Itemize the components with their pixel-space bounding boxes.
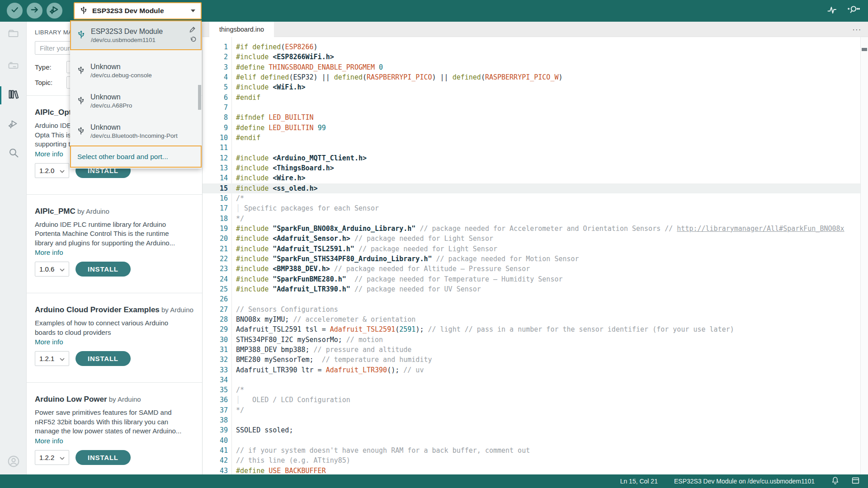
version-select[interactable]: 1.2.2 bbox=[35, 450, 69, 465]
dropdown-port-item[interactable]: Unknown/dev/cu.Bluetooth-Incoming-Port bbox=[70, 116, 202, 146]
code-line[interactable]: 25#include "Adafruit_LTR390.h" // packag… bbox=[203, 284, 860, 294]
dropdown-port-item[interactable]: Unknown/dev/cu.A68Pro bbox=[70, 86, 202, 116]
line-text: #endif bbox=[228, 133, 260, 143]
code-line[interactable]: 29Adafruit_TSL2591 tsl = Adafruit_TSL259… bbox=[203, 324, 860, 334]
sidebar-item-library-manager[interactable] bbox=[0, 84, 27, 107]
code-line[interactable]: 21#include "Adafruit_TSL2591.h" // packa… bbox=[203, 244, 860, 254]
code-token: "SparkFunBME280.h" bbox=[273, 275, 346, 283]
line-text: // if your system doesn't have enough RA… bbox=[228, 446, 530, 455]
tab-overflow-menu[interactable]: ... bbox=[853, 23, 862, 33]
cursor-position[interactable]: Ln 15, Col 21 bbox=[620, 478, 658, 485]
debug-button[interactable] bbox=[47, 3, 62, 19]
code-line[interactable]: 10#endif bbox=[203, 133, 860, 143]
sidebar-item-sketchbook[interactable] bbox=[0, 23, 27, 46]
version-select[interactable]: 1.2.0 bbox=[35, 163, 69, 178]
upload-button[interactable] bbox=[27, 3, 42, 19]
code-line[interactable]: 11 bbox=[203, 143, 860, 153]
code-line[interactable]: 8#ifndef LED_BUILTIN bbox=[203, 113, 860, 122]
port-text: Unknown/dev/cu.A68Pro bbox=[90, 93, 132, 109]
serial-monitor-icon[interactable] bbox=[847, 5, 860, 17]
sidebar-item-debugger[interactable] bbox=[0, 113, 27, 136]
code-line[interactable]: 32BME280 mySensorTem; // temperature and… bbox=[203, 355, 860, 365]
hyperlink[interactable]: http://librarymanager/All#SparkFun_BNO08… bbox=[677, 225, 844, 233]
code-token: "Adafruit_LTR390.h" bbox=[273, 285, 350, 293]
code-line[interactable]: 33Adafruit_LTR390 ltr = Adafruit_LTR390(… bbox=[203, 365, 860, 375]
code-line[interactable]: 38 bbox=[203, 415, 860, 425]
code-line[interactable]: 34 bbox=[203, 375, 860, 385]
code-line[interactable]: 20#include <Adafruit_Sensor.h> // packag… bbox=[203, 234, 860, 244]
port-name: Unknown bbox=[90, 63, 152, 71]
code-line[interactable]: 16/* bbox=[203, 193, 860, 203]
tab-thingsboard-ino[interactable]: thingsboard.ino bbox=[209, 22, 274, 37]
install-button[interactable]: INSTALL bbox=[75, 351, 131, 366]
bell-icon[interactable] bbox=[831, 476, 840, 487]
code-line[interactable]: 23#include <BMP388_DEV.h> // package nee… bbox=[203, 264, 860, 274]
install-button[interactable]: INSTALL bbox=[75, 262, 131, 277]
editor-scrollbar-thumb[interactable] bbox=[862, 48, 867, 51]
verify-button[interactable] bbox=[7, 3, 23, 19]
version-select[interactable]: 1.2.1 bbox=[35, 351, 69, 366]
code-line[interactable]: 2#include <ESP8266WiFi.h> bbox=[203, 52, 860, 62]
version-select[interactable]: 1.0.6 bbox=[35, 262, 69, 277]
code-line[interactable]: 12#include <Arduino_MQTT_Client.h> bbox=[203, 153, 860, 163]
sidebar-item-search[interactable] bbox=[0, 142, 27, 165]
code-line[interactable]: 43#define USE_BACKBUFFER bbox=[203, 466, 860, 474]
usb-icon bbox=[77, 65, 85, 77]
code-line[interactable]: 26 bbox=[203, 294, 860, 304]
person-icon bbox=[7, 455, 20, 469]
code-line[interactable]: 17│ Specific packages for each Sensor bbox=[203, 203, 860, 213]
code-line[interactable]: 9#define LED_BUILTIN 99 bbox=[203, 123, 860, 133]
code-line[interactable]: 6#endif bbox=[203, 93, 860, 103]
code-line[interactable]: 15#include <ss_oled.h> bbox=[203, 183, 860, 193]
code-token: ); bbox=[415, 325, 428, 333]
code-line[interactable]: 4#elif defined(ESP32) || defined(RASPBER… bbox=[203, 72, 860, 82]
install-button[interactable]: INSTALL bbox=[75, 450, 131, 465]
serial-plotter-icon[interactable] bbox=[826, 5, 837, 17]
code-line[interactable]: 18*/ bbox=[203, 214, 860, 224]
dropdown-port-item[interactable]: Unknown/dev/cu.debug-console bbox=[70, 56, 202, 86]
code-line[interactable]: 13#include <ThingsBoard.h> bbox=[203, 163, 860, 173]
code-line[interactable]: 31BMP388_DEV bmp388; // pressure and alt… bbox=[203, 345, 860, 355]
sidebar-item-boards-manager[interactable] bbox=[0, 55, 27, 78]
select-other-board-item[interactable]: Select other board and port... bbox=[70, 145, 202, 168]
description-line: manage the low power states of newer Ard… bbox=[35, 427, 194, 436]
more-info-link[interactable]: More info bbox=[35, 437, 63, 445]
code-line[interactable]: 24#include "SparkFunBME280.h" // package… bbox=[203, 274, 860, 284]
code-line[interactable]: 41// if your system doesn't have enough … bbox=[203, 446, 860, 455]
edit-pencil-icon[interactable] bbox=[189, 26, 196, 35]
more-info-link[interactable]: More info bbox=[35, 338, 63, 346]
code-line[interactable]: 1#if defined(ESP8266) bbox=[203, 42, 860, 52]
code-line[interactable]: 7 bbox=[203, 103, 860, 113]
code-line[interactable]: 28BNO08x myIMU; // accelerometer & orien… bbox=[203, 314, 860, 324]
code-line[interactable]: 5#include <WiFi.h> bbox=[203, 82, 860, 92]
code-token: Specific packages for each Sensor bbox=[240, 204, 379, 212]
line-number: 4 bbox=[203, 72, 228, 82]
more-info-link[interactable]: More info bbox=[35, 249, 63, 256]
code-line[interactable]: 35/* bbox=[203, 385, 860, 395]
code-line[interactable]: 40 bbox=[203, 436, 860, 446]
editor-scrollbar-track[interactable] bbox=[860, 37, 868, 474]
reset-undo-icon[interactable] bbox=[189, 36, 196, 45]
code-line[interactable]: 37*/ bbox=[203, 405, 860, 415]
code-line[interactable]: 27// Sensors Configurations bbox=[203, 305, 860, 314]
code-token: (ESP32) || bbox=[289, 73, 334, 81]
code-line[interactable]: 30STHS34PF80_I2C mySensorMo; // motion bbox=[203, 335, 860, 345]
code-line[interactable]: 14#include <Wire.h> bbox=[203, 173, 860, 183]
code-token: #include bbox=[236, 235, 273, 243]
code-line[interactable]: 19#include "SparkFun_BNO08x_Arduino_Libr… bbox=[203, 224, 860, 234]
dropdown-item-selected[interactable]: ESP32S3 Dev Module /dev/cu.usbmodem1101 bbox=[70, 20, 202, 50]
code-line[interactable]: 22#include "SparkFun_STHS34PF80_Arduino_… bbox=[203, 254, 860, 264]
code-token: #include bbox=[236, 255, 273, 263]
code-line[interactable]: 39SSOLED ssoled; bbox=[203, 425, 860, 435]
panel-toggle-icon[interactable] bbox=[851, 476, 860, 486]
board-port-status[interactable]: ESP32S3 Dev Module on /dev/cu.usbmodem11… bbox=[674, 478, 815, 485]
code-line[interactable]: 42// this line (e.g. ATtiny85) bbox=[203, 455, 860, 465]
line-text: #include "Adafruit_TSL2591.h" // package… bbox=[228, 244, 497, 254]
code-line[interactable]: 3#define THINGSBOARD_ENABLE_PROGMEM 0 bbox=[203, 62, 860, 72]
board-selector[interactable]: ESP32S3 Dev Module bbox=[74, 2, 202, 19]
dropdown-scrollbar[interactable] bbox=[198, 85, 201, 110]
line-number: 23 bbox=[203, 264, 228, 274]
more-info-link[interactable]: More info bbox=[35, 150, 63, 158]
code-line[interactable]: 36│ OLED / LCD Configuration bbox=[203, 395, 860, 405]
sidebar-item-account[interactable] bbox=[0, 450, 27, 474]
